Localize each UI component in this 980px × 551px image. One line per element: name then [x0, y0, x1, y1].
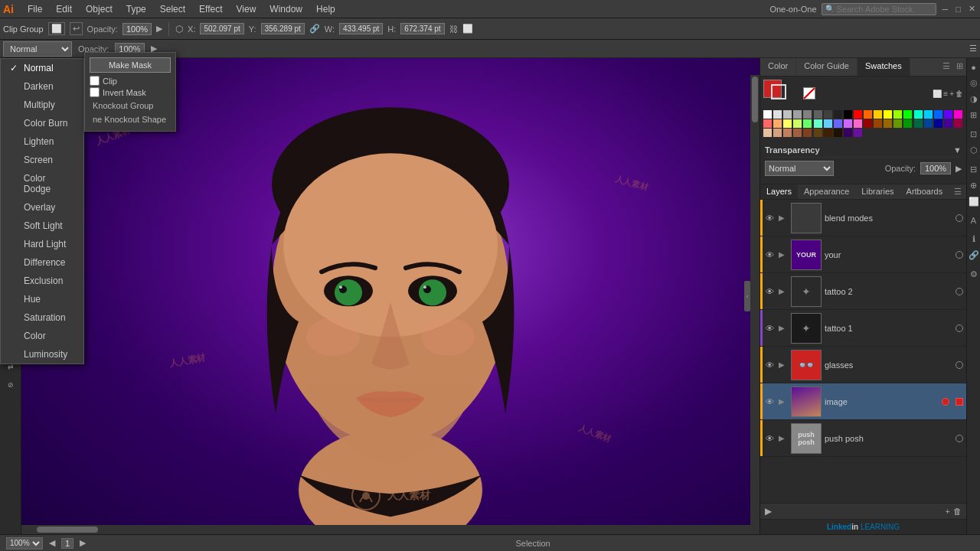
menu-effect[interactable]: Effect [193, 2, 228, 16]
nav-next-icon[interactable]: ▶ [80, 538, 86, 548]
horizontal-scrollbar[interactable] [21, 525, 750, 534]
swatch-color[interactable] [903, 119, 912, 128]
align-panel-icon[interactable]: ⊟ [969, 163, 978, 176]
swatch-color[interactable] [824, 119, 832, 128]
swatch-color[interactable] [944, 110, 952, 119]
swatches-menu-icon[interactable]: ☰ [939, 58, 953, 76]
swatch-color[interactable] [924, 119, 933, 128]
charcoal-icon[interactable]: A [969, 214, 978, 227]
layer-expand-icon[interactable]: ▶ [779, 214, 788, 223]
layer-row[interactable]: 👁▶✦tattoo 1 [760, 310, 966, 347]
swatch-color[interactable] [824, 110, 832, 119]
tab-appearance[interactable]: Appearance [798, 184, 855, 199]
tab-swatches[interactable]: Swatches [858, 58, 910, 76]
menu-type[interactable]: Type [120, 2, 152, 16]
swatch-color[interactable] [803, 129, 812, 137]
swatch-color[interactable] [834, 129, 842, 137]
layer-expand-icon[interactable]: ▶ [779, 250, 788, 259]
swatch-color[interactable] [903, 110, 912, 119]
swatch-color[interactable] [793, 110, 802, 119]
blend-mode-select[interactable]: Normal [3, 41, 72, 57]
swatch-color[interactable] [874, 110, 882, 119]
search-box[interactable]: 🔍 [822, 3, 936, 15]
swatch-color[interactable] [763, 129, 772, 137]
knockout-shape-item[interactable]: ne Knockout Shape [90, 112, 171, 126]
settings-icon[interactable]: ⚙ [969, 268, 979, 281]
blend-option-luminosity[interactable]: Luminosity [1, 345, 83, 364]
toolbar-w-value[interactable]: 433.495 pt [339, 23, 383, 34]
pathfinder-icon[interactable]: ⊕ [969, 179, 978, 192]
swatch-color[interactable] [884, 110, 892, 119]
swatch-color[interactable] [773, 110, 782, 119]
layer-target-dot[interactable] [956, 288, 963, 295]
menu-view[interactable]: View [230, 2, 263, 16]
transparency-panel-arrow[interactable]: ▼ [953, 145, 962, 155]
transform-icon[interactable]: ⬡ [175, 24, 183, 34]
swatch-color[interactable] [793, 119, 802, 128]
layer-target-dot[interactable] [956, 435, 963, 442]
blend-option-difference[interactable]: Difference [1, 253, 83, 272]
swatch-color[interactable] [783, 129, 792, 137]
layer-row[interactable]: 👁▶image [760, 383, 966, 420]
layers-delete-icon[interactable]: 🗑 [953, 507, 962, 516]
swatch-color[interactable] [793, 129, 802, 137]
panel-toggle[interactable]: ‹ [744, 281, 750, 311]
toolbar-arrow-right[interactable]: ▶ [156, 24, 162, 34]
layer-row[interactable]: 👁▶👓glasses [760, 347, 966, 383]
transparency-opacity-value[interactable]: 100% [920, 162, 951, 174]
minimize-icon[interactable]: ─ [941, 3, 950, 15]
menu-select[interactable]: Select [154, 2, 191, 16]
pattern-icon[interactable]: ⊞ [969, 109, 978, 122]
swatch-color[interactable] [803, 119, 812, 128]
toolbar-h-value[interactable]: 672.374 pt [400, 23, 444, 34]
properties-icon[interactable]: ℹ [971, 233, 977, 246]
blend-option-overlay[interactable]: Overlay [1, 198, 83, 217]
swatch-new-icon[interactable]: + [949, 90, 954, 98]
swatch-color[interactable] [814, 119, 822, 128]
tab-artboards[interactable]: Artboards [900, 184, 949, 199]
blend-option-color-burn[interactable]: Color Burn [1, 114, 83, 132]
blend-option-saturation[interactable]: Saturation [1, 308, 83, 327]
transform-panel-icon[interactable]: ⬡ [969, 144, 979, 157]
swatch-color[interactable] [954, 119, 962, 128]
layer-expand-icon[interactable]: ▶ [779, 287, 788, 296]
nav-prev-icon[interactable]: ◀ [49, 538, 55, 548]
swatch-color[interactable] [803, 110, 812, 119]
toolbar-icon2[interactable]: ↩ [70, 22, 83, 35]
swatches-grid-icon[interactable]: ⊞ [953, 58, 966, 76]
swatch-color[interactable] [814, 110, 822, 119]
layer-target-dot[interactable] [942, 398, 949, 406]
toolbar-constrain-icon[interactable]: ⛓ [449, 24, 458, 34]
swatch-color[interactable] [944, 119, 952, 128]
swatch-color[interactable] [783, 119, 792, 128]
swatch-list-icon[interactable]: ≡ [943, 90, 948, 98]
zoom-select[interactable]: 100% [6, 537, 43, 549]
menu-edit[interactable]: Edit [50, 2, 78, 16]
swatch-color[interactable] [773, 119, 782, 128]
blend-option-screen[interactable]: Screen [1, 151, 83, 169]
gradient-icon[interactable]: ◑ [969, 93, 979, 106]
blend-option-multiply[interactable]: Multiply [1, 96, 83, 114]
swatch-color[interactable] [934, 119, 942, 128]
swatch-color[interactable] [854, 129, 862, 137]
align-icon[interactable]: ⬜ [462, 24, 473, 34]
swatch-color[interactable] [924, 110, 933, 119]
knockout-group-item[interactable]: Knockout Group [90, 99, 171, 112]
layer-expand-icon[interactable]: ▶ [779, 397, 788, 406]
layer-visibility-icon[interactable]: 👁 [763, 285, 776, 298]
layer-target-dot[interactable] [956, 324, 963, 332]
swatch-color[interactable] [854, 119, 862, 128]
none-color-box[interactable] [803, 87, 815, 99]
stroke-color-box[interactable] [771, 84, 786, 99]
swatch-options-icon[interactable]: ⬜ [933, 90, 942, 98]
menu-window[interactable]: Window [263, 2, 309, 16]
make-mask-button[interactable]: Make Mask [90, 57, 171, 73]
layers-new-icon[interactable]: + [946, 507, 950, 516]
layer-visibility-icon[interactable]: 👁 [763, 322, 776, 334]
layers-footer-play[interactable]: ▶ [765, 506, 772, 517]
blend-option-color[interactable]: Color [1, 327, 83, 345]
swatch-color[interactable] [763, 119, 772, 128]
vertical-scrollbar[interactable] [750, 75, 760, 534]
swatch-color[interactable] [934, 110, 942, 119]
swatch-color[interactable] [854, 110, 862, 119]
